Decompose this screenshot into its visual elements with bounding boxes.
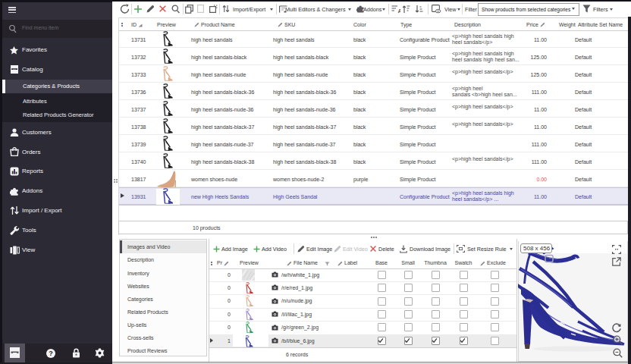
svg-text:?: ? xyxy=(49,350,53,357)
svg-text:A: A xyxy=(398,8,401,14)
